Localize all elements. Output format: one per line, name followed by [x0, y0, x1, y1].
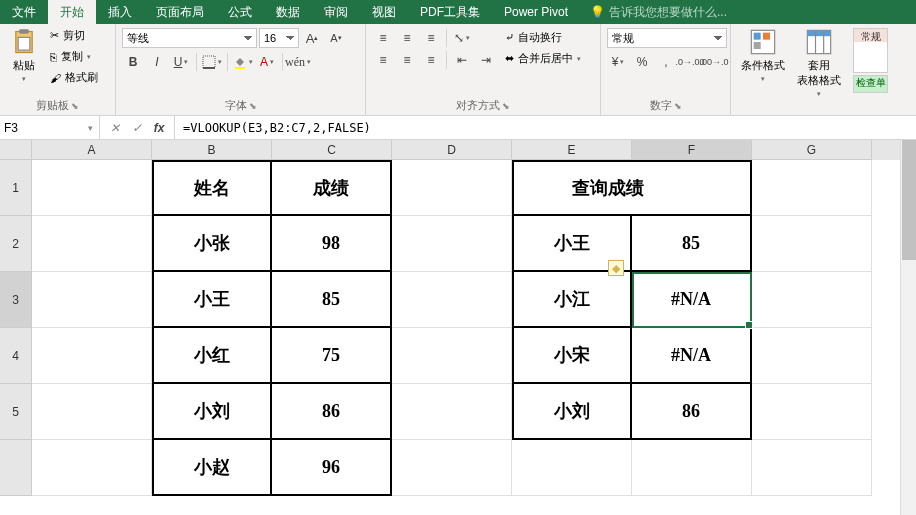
cell[interactable] [392, 216, 512, 272]
cell[interactable]: 小王 [152, 272, 272, 328]
font-color-button[interactable]: A [256, 52, 278, 72]
col-header-G[interactable]: G [752, 140, 872, 160]
merge-center-button[interactable]: ⬌合并后居中▾ [501, 49, 585, 68]
cell[interactable] [632, 440, 752, 496]
cancel-formula-button[interactable]: ✕ [106, 121, 124, 135]
row-header-4[interactable]: 4 [0, 328, 32, 384]
cell[interactable]: 小刘 [512, 384, 632, 440]
menu-data[interactable]: 数据 [264, 0, 312, 24]
orientation-button[interactable]: ⤡ [451, 28, 473, 48]
fill-color-button[interactable] [232, 52, 254, 72]
row-header-1[interactable]: 1 [0, 160, 32, 216]
cell[interactable]: 85 [632, 216, 752, 272]
cell[interactable] [752, 216, 872, 272]
bold-button[interactable]: B [122, 52, 144, 72]
cell[interactable] [512, 440, 632, 496]
cell[interactable]: 小江 [512, 272, 632, 328]
decrease-decimal-button[interactable]: .00→.0 [703, 52, 725, 72]
cell[interactable] [392, 328, 512, 384]
cell[interactable] [392, 440, 512, 496]
cell[interactable] [752, 328, 872, 384]
col-header-C[interactable]: C [272, 140, 392, 160]
cell[interactable]: 小赵 [152, 440, 272, 496]
cell[interactable] [32, 328, 152, 384]
cell[interactable] [32, 160, 152, 216]
percent-button[interactable]: % [631, 52, 653, 72]
table-format-button[interactable]: 套用 表格格式 ▾ [793, 26, 845, 100]
underline-button[interactable]: U [170, 52, 192, 72]
insert-function-button[interactable]: fx [150, 121, 168, 135]
cell[interactable] [32, 272, 152, 328]
cell[interactable]: 75 [272, 328, 392, 384]
paste-button[interactable]: 粘贴 ▾ [6, 26, 42, 85]
menu-page-layout[interactable]: 页面布局 [144, 0, 216, 24]
cell[interactable]: 86 [272, 384, 392, 440]
cell[interactable] [32, 216, 152, 272]
row-header-2[interactable]: 2 [0, 216, 32, 272]
error-smart-tag[interactable]: ◆ [608, 260, 624, 276]
col-header-F[interactable]: F [632, 140, 752, 160]
cell[interactable] [32, 384, 152, 440]
menu-view[interactable]: 视图 [360, 0, 408, 24]
tell-me-search[interactable]: 💡 告诉我您想要做什么... [590, 0, 727, 24]
cell[interactable]: 小红 [152, 328, 272, 384]
col-header-E[interactable]: E [512, 140, 632, 160]
cell[interactable]: 成绩 [272, 160, 392, 216]
increase-indent-button[interactable]: ⇥ [475, 50, 497, 70]
cell[interactable] [392, 160, 512, 216]
italic-button[interactable]: I [146, 52, 168, 72]
formula-input[interactable]: =VLOOKUP(E3,B2:C7,2,FALSE) [175, 116, 916, 139]
cell[interactable] [392, 384, 512, 440]
menu-file[interactable]: 文件 [0, 0, 48, 24]
cut-button[interactable]: ✂剪切 [46, 26, 102, 45]
row-header-3[interactable]: 3 [0, 272, 32, 328]
currency-button[interactable]: ¥ [607, 52, 629, 72]
col-header-A[interactable]: A [32, 140, 152, 160]
cell[interactable]: 85 [272, 272, 392, 328]
cell-style-normal[interactable]: 常规 [853, 28, 888, 73]
menu-review[interactable]: 审阅 [312, 0, 360, 24]
align-top-button[interactable]: ≡ [372, 28, 394, 48]
cell[interactable]: 小张 [152, 216, 272, 272]
menu-power-pivot[interactable]: Power Pivot [492, 0, 580, 24]
name-box-input[interactable] [4, 121, 84, 135]
decrease-indent-button[interactable]: ⇤ [451, 50, 473, 70]
dialog-launcher-icon[interactable]: ⬊ [249, 101, 257, 111]
decrease-font-button[interactable]: A▾ [325, 28, 347, 48]
cell[interactable]: 98 [272, 216, 392, 272]
vertical-scrollbar[interactable] [900, 140, 916, 515]
borders-button[interactable] [201, 52, 223, 72]
align-right-button[interactable]: ≡ [420, 50, 442, 70]
name-box[interactable] [0, 116, 100, 139]
menu-insert[interactable]: 插入 [96, 0, 144, 24]
cell-style-check[interactable]: 检查单 [853, 75, 888, 93]
copy-button[interactable]: ⎘复制▾ [46, 47, 102, 66]
cell[interactable]: 86 [632, 384, 752, 440]
cell[interactable]: 小刘 [152, 384, 272, 440]
font-size-select[interactable]: 16 [259, 28, 299, 48]
col-header-B[interactable]: B [152, 140, 272, 160]
increase-font-button[interactable]: A▴ [301, 28, 323, 48]
menu-home[interactable]: 开始 [48, 0, 96, 24]
dialog-launcher-icon[interactable]: ⬊ [71, 101, 79, 111]
align-middle-button[interactable]: ≡ [396, 28, 418, 48]
cell[interactable] [32, 440, 152, 496]
conditional-format-button[interactable]: 条件格式 ▾ [737, 26, 789, 85]
align-center-button[interactable]: ≡ [396, 50, 418, 70]
col-header-D[interactable]: D [392, 140, 512, 160]
cell[interactable] [392, 272, 512, 328]
format-painter-button[interactable]: 🖌格式刷 [46, 68, 102, 87]
cell[interactable] [752, 384, 872, 440]
row-header-6[interactable] [0, 440, 32, 496]
wrap-text-button[interactable]: ⤶自动换行 [501, 28, 585, 47]
cell[interactable]: #N/A [632, 328, 752, 384]
align-bottom-button[interactable]: ≡ [420, 28, 442, 48]
comma-button[interactable]: , [655, 52, 677, 72]
dialog-launcher-icon[interactable]: ⬊ [502, 101, 510, 111]
cell[interactable] [752, 440, 872, 496]
increase-decimal-button[interactable]: .0→.00 [679, 52, 701, 72]
number-format-select[interactable]: 常规 [607, 28, 727, 48]
cell[interactable]: 96 [272, 440, 392, 496]
dialog-launcher-icon[interactable]: ⬊ [674, 101, 682, 111]
cell[interactable] [752, 272, 872, 328]
